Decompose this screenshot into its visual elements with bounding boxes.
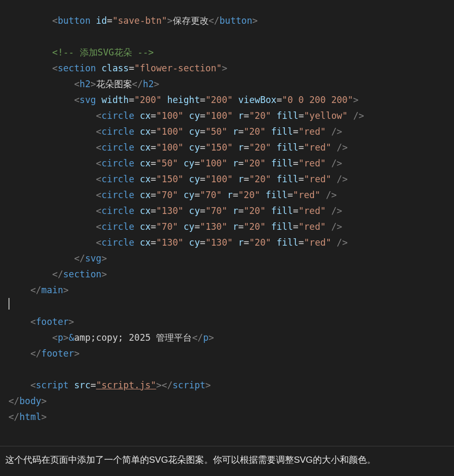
code-content[interactable]: <button id="save-btn">保存更改</button> <!--… (8, 13, 450, 425)
code-line[interactable]: <section class="flower-section"> (8, 60, 450, 76)
code-line[interactable]: <circle cx="100" cy="100" r="20" fill="y… (8, 108, 450, 124)
code-line[interactable] (8, 361, 450, 377)
code-line[interactable]: <footer> (8, 314, 450, 330)
code-line[interactable]: </main> (8, 282, 450, 298)
code-line[interactable]: <circle cx="130" cy="130" r="20" fill="r… (8, 235, 450, 250)
code-line[interactable]: </svg> (8, 250, 450, 266)
code-line[interactable]: <circle cx="100" cy="150" r="20" fill="r… (8, 139, 450, 155)
code-line[interactable]: <p>&amp;copy; 2025 管理平台</p> (8, 330, 450, 346)
code-line[interactable]: <circle cx="70" cy="70" r="20" fill="red… (8, 187, 450, 203)
code-line[interactable] (8, 29, 450, 44)
assistant-message: 这个代码在页面中添加了一个简单的SVG花朵图案。你可以根据需要调整SVG的大小和… (0, 446, 454, 476)
code-line[interactable]: <h2>花朵图案</h2> (8, 76, 450, 92)
code-line[interactable]: <script src="script.js"></script> (8, 377, 450, 393)
code-line[interactable]: </footer> (8, 346, 450, 361)
code-editor[interactable]: <button id="save-btn">保存更改</button> <!--… (0, 0, 454, 446)
code-line[interactable]: </body> (8, 393, 450, 409)
code-line[interactable]: <button id="save-btn">保存更改</button> (8, 13, 450, 29)
code-line[interactable]: <circle cx="150" cy="100" r="20" fill="r… (8, 171, 450, 187)
code-line[interactable]: <circle cx="100" cy="50" r="20" fill="re… (8, 124, 450, 139)
code-line[interactable]: </html> (8, 409, 450, 425)
code-line[interactable]: <circle cx="130" cy="70" r="20" fill="re… (8, 203, 450, 219)
message-text: 这个代码在页面中添加了一个简单的SVG花朵图案。你可以根据需要调整SVG的大小和… (5, 455, 376, 465)
code-line[interactable] (8, 298, 450, 314)
code-line[interactable]: <circle cx="50" cy="100" r="20" fill="re… (8, 155, 450, 171)
code-line[interactable]: <!-- 添加SVG花朵 --> (8, 44, 450, 60)
code-line[interactable]: </section> (8, 266, 450, 282)
code-line[interactable]: <circle cx="70" cy="130" r="20" fill="re… (8, 219, 450, 235)
code-line[interactable]: <svg width="200" height="200" viewBox="0… (8, 92, 450, 108)
